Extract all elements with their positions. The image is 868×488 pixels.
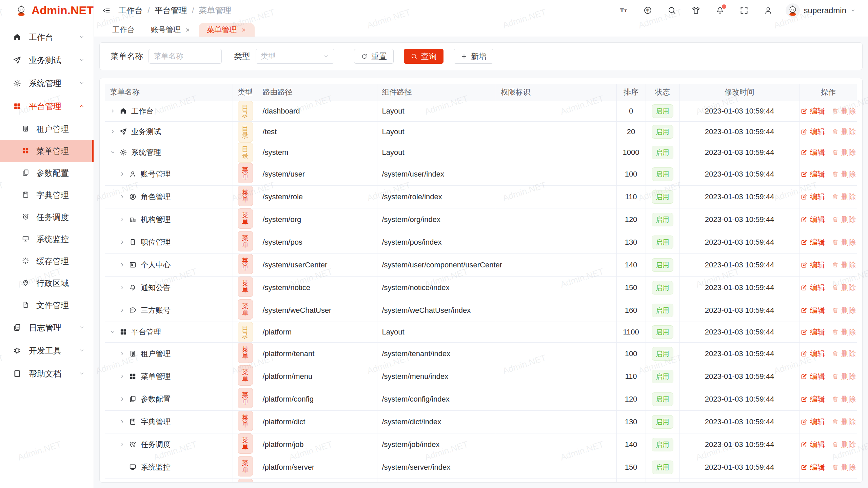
collapse-row-icon[interactable] xyxy=(110,329,119,335)
actions-cell: 编辑删除 xyxy=(800,365,857,388)
expand-row-icon[interactable] xyxy=(119,217,129,222)
edit-button[interactable]: 编辑 xyxy=(801,192,825,202)
tab-菜单管理[interactable]: 菜单管理 xyxy=(199,23,255,37)
edit-button[interactable]: 编辑 xyxy=(801,417,825,427)
tab-工作台[interactable]: 工作台 xyxy=(104,23,143,37)
actions-cell: 编辑删除 xyxy=(800,231,857,253)
sidebar-subitem[interactable]: 文件管理 xyxy=(0,294,94,316)
expand-row-icon[interactable] xyxy=(110,129,119,135)
helpdoc-icon xyxy=(13,369,21,379)
sidebar-item[interactable]: 帮助文档 xyxy=(0,362,94,385)
component-path: Layout xyxy=(377,101,496,121)
edit-button[interactable]: 编辑 xyxy=(801,440,825,450)
edit-button[interactable]: 编辑 xyxy=(801,106,825,116)
collapse-row-icon[interactable] xyxy=(110,149,119,155)
delete-button[interactable]: 删除 xyxy=(832,394,856,404)
sidebar-item[interactable]: 开发工具 xyxy=(0,339,94,362)
search-button[interactable]: 查询 xyxy=(404,49,443,64)
sidebar-item[interactable]: 日志管理 xyxy=(0,316,94,339)
expand-row-icon[interactable] xyxy=(119,419,129,425)
edit-button[interactable]: 编辑 xyxy=(801,147,825,158)
trash-icon xyxy=(832,239,839,246)
delete-button[interactable]: 删除 xyxy=(832,283,856,293)
expand-row-icon[interactable] xyxy=(119,239,129,245)
expand-row-icon[interactable] xyxy=(110,108,119,114)
sidebar-subitem[interactable]: 缓存管理 xyxy=(0,250,94,272)
expand-row-icon[interactable] xyxy=(119,351,129,357)
config-icon xyxy=(129,395,137,403)
fullscreen-icon[interactable] xyxy=(739,6,749,15)
sidebar-subitem[interactable]: 系统监控 xyxy=(0,228,94,250)
edit-button[interactable]: 编辑 xyxy=(801,237,825,247)
sidebar-item[interactable]: 业务测试 xyxy=(0,49,94,72)
sidebar-subitem[interactable]: 字典管理 xyxy=(0,184,94,206)
trash-icon xyxy=(832,464,839,471)
breadcrumb-item[interactable]: 平台管理 xyxy=(155,5,187,16)
sidebar-subitem[interactable]: 行政区域 xyxy=(0,272,94,294)
row-actions: 编辑删除 xyxy=(805,462,852,472)
sidebar-subitem[interactable]: 任务调度 xyxy=(0,206,94,228)
type-select[interactable]: 类型 xyxy=(256,49,334,64)
edit-button[interactable]: 编辑 xyxy=(801,283,825,293)
delete-button[interactable]: 删除 xyxy=(832,147,856,158)
expand-row-icon[interactable] xyxy=(119,396,129,402)
delete-button[interactable]: 删除 xyxy=(832,260,856,270)
collapse-sidebar-icon[interactable] xyxy=(102,6,111,15)
sort-value: 110 xyxy=(616,365,646,388)
expand-row-icon[interactable] xyxy=(119,307,129,313)
add-button[interactable]: 新增 xyxy=(454,49,493,64)
modified-time: 2023-01-03 10:59:44 xyxy=(679,185,800,208)
language-icon[interactable] xyxy=(643,6,652,15)
fontsize-icon[interactable] xyxy=(619,6,628,15)
expand-row-icon[interactable] xyxy=(119,262,129,268)
notification-icon[interactable] xyxy=(715,6,725,15)
sidebar-item[interactable]: 系统管理 xyxy=(0,72,94,95)
tab-账号管理[interactable]: 账号管理 xyxy=(143,23,199,37)
edit-button[interactable]: 编辑 xyxy=(801,215,825,225)
edit-button[interactable]: 编辑 xyxy=(801,305,825,316)
edit-button[interactable]: 编辑 xyxy=(801,169,825,179)
delete-button[interactable]: 删除 xyxy=(832,440,856,450)
delete-button[interactable]: 删除 xyxy=(832,169,856,179)
edit-button[interactable]: 编辑 xyxy=(801,394,825,404)
tree-node: 参数配置 xyxy=(110,394,228,404)
expand-row-icon[interactable] xyxy=(119,194,129,200)
delete-button[interactable]: 删除 xyxy=(832,106,856,116)
edit-button[interactable]: 编辑 xyxy=(801,260,825,270)
expand-row-icon[interactable] xyxy=(119,171,129,177)
theme-icon[interactable] xyxy=(691,6,701,15)
person-icon[interactable] xyxy=(764,6,773,15)
delete-button[interactable]: 删除 xyxy=(832,127,856,137)
delete-button[interactable]: 删除 xyxy=(832,192,856,202)
sidebar-item[interactable]: 平台管理 xyxy=(0,95,94,118)
user-menu[interactable]: superadmin xyxy=(786,3,856,18)
edit-button[interactable]: 编辑 xyxy=(801,127,825,137)
close-icon[interactable] xyxy=(185,27,191,33)
reset-button[interactable]: 重置 xyxy=(354,49,394,64)
edit-button[interactable]: 编辑 xyxy=(801,371,825,382)
delete-button[interactable]: 删除 xyxy=(832,462,856,472)
delete-button[interactable]: 删除 xyxy=(832,417,856,427)
close-icon[interactable] xyxy=(241,27,246,33)
edit-button[interactable]: 编辑 xyxy=(801,462,825,472)
sidebar-subitem[interactable]: 租户管理 xyxy=(0,118,94,140)
delete-button[interactable]: 删除 xyxy=(832,327,856,337)
breadcrumb-item[interactable]: 工作台 xyxy=(118,5,143,16)
edit-button[interactable]: 编辑 xyxy=(801,349,825,359)
sidebar-subitem[interactable]: 参数配置 xyxy=(0,162,94,184)
delete-button[interactable]: 删除 xyxy=(832,305,856,316)
delete-button[interactable]: 删除 xyxy=(832,371,856,382)
sidebar-item[interactable]: 工作台 xyxy=(0,26,94,49)
menu-name-input[interactable] xyxy=(149,49,222,64)
delete-button[interactable]: 删除 xyxy=(832,349,856,359)
sort-value: 20 xyxy=(616,121,646,142)
sidebar-subitem[interactable]: 菜单管理 xyxy=(0,140,94,162)
edit-button[interactable]: 编辑 xyxy=(801,327,825,337)
delete-button[interactable]: 删除 xyxy=(832,215,856,225)
search-icon[interactable] xyxy=(667,6,676,15)
menu-name-cell: 租户管理 xyxy=(105,342,233,365)
expand-row-icon[interactable] xyxy=(119,442,129,447)
expand-row-icon[interactable] xyxy=(119,285,129,290)
delete-button[interactable]: 删除 xyxy=(832,237,856,247)
expand-row-icon[interactable] xyxy=(119,373,129,379)
